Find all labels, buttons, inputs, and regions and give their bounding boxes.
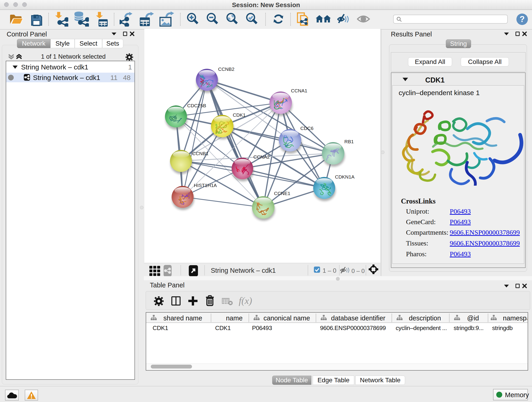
svg-text:CCNB1: CCNB1 — [192, 151, 209, 156]
svg-text:CDK1: CDK1 — [233, 112, 246, 118]
svg-text:CCNA1: CCNA1 — [291, 88, 307, 93]
svg-text:CCNA2: CCNA2 — [253, 154, 270, 160]
svg-text:CDC25B: CDC25B — [187, 103, 206, 108]
svg-text:HIST1H1A: HIST1H1A — [194, 183, 217, 188]
svg-text:CCNE1: CCNE1 — [274, 191, 290, 196]
svg-text:CDKN1A: CDKN1A — [335, 174, 355, 179]
svg-text:CDC6: CDC6 — [300, 126, 313, 131]
svg-text:CCNB2: CCNB2 — [218, 66, 234, 72]
svg-text:RB1: RB1 — [344, 139, 354, 144]
